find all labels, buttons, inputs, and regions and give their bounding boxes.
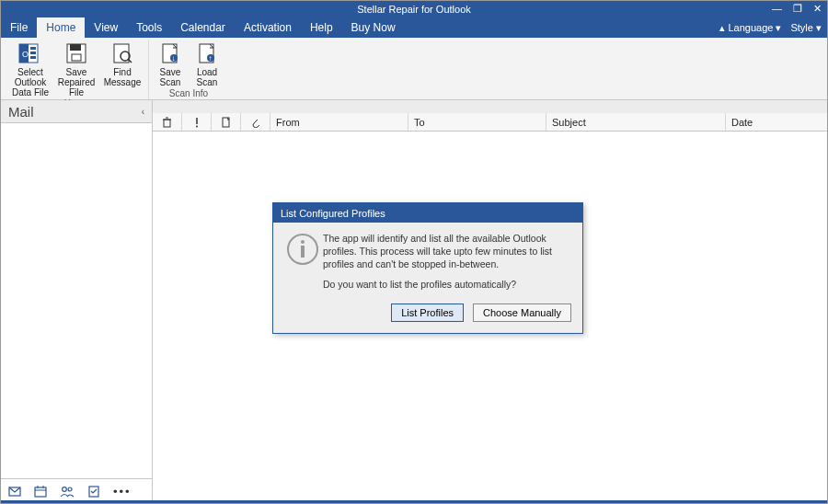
svg-point-30 — [196, 125, 198, 127]
svg-rect-4 — [30, 52, 36, 54]
menu-activation[interactable]: Activation — [235, 17, 301, 38]
nav-footer: ••• — [1, 478, 152, 503]
save-scan-button[interactable]: ↓ Save Scan — [153, 40, 188, 87]
col-from[interactable]: From — [270, 113, 408, 131]
svg-rect-34 — [301, 246, 305, 258]
nav-title: Mail — [8, 104, 34, 120]
mail-icon[interactable] — [8, 485, 21, 498]
col-subject[interactable]: Subject — [546, 113, 726, 131]
dialog-text: The app will identify and list all the a… — [323, 232, 571, 298]
style-dropdown[interactable]: Style ▾ — [790, 22, 822, 34]
col-date[interactable]: Date — [726, 113, 827, 131]
window-controls: — ❐ ✕ — [772, 2, 822, 15]
svg-point-24 — [68, 487, 72, 491]
list-profiles-button[interactable]: List Profiles — [391, 304, 464, 322]
ribbon: O Select Outlook Data File Save Repaired… — [1, 38, 827, 100]
svg-rect-3 — [30, 47, 36, 50]
menu-help[interactable]: Help — [301, 17, 342, 38]
ribbon-btn-label: Save Scan — [155, 67, 186, 87]
save-icon — [64, 41, 88, 65]
svg-point-33 — [301, 240, 305, 244]
save-scan-icon: ↓ — [159, 41, 181, 65]
app-title: Stellar Repair for Outlook — [357, 4, 471, 15]
save-repaired-file-button[interactable]: Save Repaired File — [54, 40, 98, 97]
collapse-nav-icon[interactable]: ‹ — [142, 107, 144, 117]
menu-tools[interactable]: Tools — [127, 17, 171, 38]
col-attachment[interactable] — [241, 113, 270, 131]
svg-text:O: O — [22, 50, 29, 59]
col-delete[interactable] — [153, 113, 182, 131]
menu-file[interactable]: File — [1, 17, 37, 38]
menu-view[interactable]: View — [85, 17, 127, 38]
close-button[interactable]: ✕ — [813, 2, 822, 15]
column-header-spacer — [153, 100, 827, 113]
tasks-icon[interactable] — [87, 485, 100, 498]
ribbon-btn-label: Save Repaired File — [56, 67, 97, 97]
select-outlook-data-file-button[interactable]: O Select Outlook Data File — [8, 40, 52, 97]
nav-header: Mail ‹ — [1, 100, 152, 123]
col-to[interactable]: To — [408, 113, 546, 131]
menu-calendar[interactable]: Calendar — [171, 17, 235, 38]
dialog-title: List Configured Profiles — [273, 203, 582, 223]
people-icon[interactable] — [60, 485, 75, 498]
svg-rect-19 — [35, 487, 46, 497]
ribbon-group-home: O Select Outlook Data File Save Repaired… — [5, 40, 149, 99]
menu-home[interactable]: Home — [37, 17, 85, 38]
importance-icon — [194, 117, 200, 128]
ribbon-group-label: Scan Info — [169, 87, 208, 99]
svg-rect-8 — [72, 54, 81, 61]
status-bar — [1, 500, 827, 503]
folder-tree[interactable] — [1, 123, 152, 478]
menu-buy-now[interactable]: Buy Now — [342, 17, 405, 38]
info-icon — [282, 232, 323, 298]
maximize-button[interactable]: ❐ — [793, 2, 802, 15]
choose-manually-button[interactable]: Choose Manually — [473, 304, 571, 322]
ribbon-btn-label: Load Scan — [191, 67, 223, 87]
calendar-icon[interactable] — [34, 485, 47, 498]
paperclip-icon — [251, 117, 260, 128]
ribbon-btn-label: Find Message — [102, 67, 143, 87]
col-importance[interactable] — [182, 113, 212, 131]
dialog-line2: Do you want to list the profiles automat… — [323, 278, 571, 291]
navigation-pane: Mail ‹ ••• — [1, 100, 153, 503]
find-message-button[interactable]: Find Message — [100, 40, 144, 97]
svg-rect-5 — [30, 56, 36, 59]
list-profiles-dialog: List Configured Profiles The app will id… — [272, 202, 583, 334]
outlook-file-icon: O — [18, 41, 42, 65]
svg-rect-26 — [164, 120, 170, 127]
page-icon — [222, 117, 231, 128]
load-scan-button[interactable]: ↑ Load Scan — [190, 40, 224, 87]
menu-bar: File Home View Tools Calendar Activation… — [1, 17, 827, 38]
trash-icon — [162, 117, 172, 128]
svg-point-23 — [63, 487, 67, 492]
minimize-button[interactable]: — — [772, 2, 782, 15]
dialog-line1: The app will identify and list all the a… — [323, 232, 571, 270]
ribbon-btn-label: Select Outlook Data File — [10, 67, 51, 97]
title-bar: Stellar Repair for Outlook — ❐ ✕ — [1, 1, 827, 17]
ribbon-group-scan-info: ↓ Save Scan ↑ Load Scan Scan Info — [149, 40, 228, 99]
column-headers: From To Subject Date — [153, 113, 827, 132]
more-icon[interactable]: ••• — [113, 485, 132, 498]
col-icon[interactable] — [212, 113, 241, 131]
language-dropdown[interactable]: ▴ Language ▾ — [719, 22, 781, 34]
svg-text:↑: ↑ — [209, 54, 213, 63]
load-scan-icon: ↑ — [196, 41, 218, 65]
find-icon — [110, 41, 134, 65]
svg-text:↓: ↓ — [172, 54, 176, 63]
svg-rect-7 — [70, 44, 81, 51]
